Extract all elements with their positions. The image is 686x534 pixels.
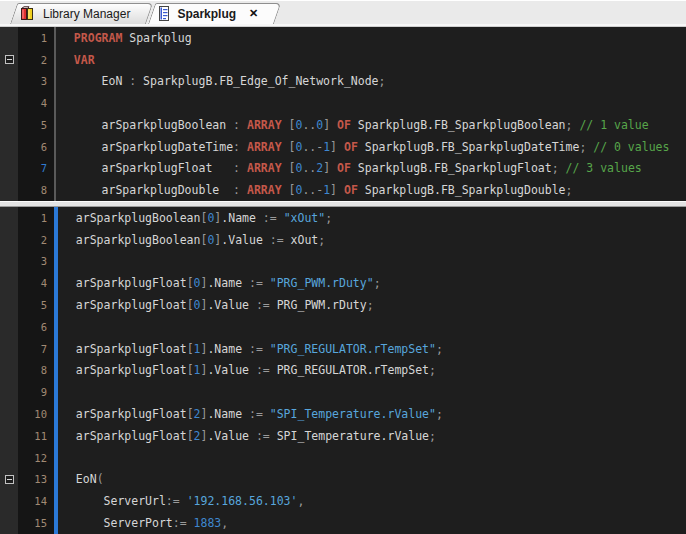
line-number: 12: [18, 447, 54, 469]
line-number: 1: [18, 27, 54, 49]
code-line[interactable]: 13 EoN(: [0, 469, 686, 491]
code-line[interactable]: 6 arSparkplugDateTime: ARRAY [0..-1] OF …: [0, 136, 686, 158]
fold-margin: [0, 469, 18, 491]
fold-margin: [0, 179, 18, 201]
line-number: 5: [18, 294, 54, 316]
line-number: 1: [18, 207, 54, 229]
code-text[interactable]: EoN(: [58, 472, 104, 486]
line-number: 15: [18, 512, 54, 534]
code-text[interactable]: arSparkplugFloat[0].Name := "PRG_PWM.rDu…: [58, 276, 381, 290]
code-text[interactable]: arSparkplugBoolean[0].Name := "xOut";: [58, 211, 332, 225]
line-number: 3: [18, 71, 54, 93]
code-text[interactable]: arSparkplugFloat[2].Value := SPI_Tempera…: [58, 429, 436, 443]
implementation-pane[interactable]: 1 arSparkplugBoolean[0].Name := "xOut";2…: [0, 207, 686, 534]
code-line[interactable]: 11 arSparkplugFloat[2].Value := SPI_Temp…: [0, 425, 686, 447]
gutter-change-bar: [54, 447, 58, 469]
fold-margin: [0, 512, 18, 534]
fold-margin: [0, 158, 18, 180]
code-line[interactable]: 4: [0, 92, 686, 114]
code-line[interactable]: 3 EoN : SparkplugB.FB_Edge_Of_Network_No…: [0, 71, 686, 93]
fold-margin: [0, 294, 18, 316]
line-number: 2: [18, 49, 54, 71]
code-text[interactable]: ServerPort:= 1883,: [58, 516, 228, 530]
tab-library-manager[interactable]: Library Manager: [10, 3, 146, 24]
gutter-change-bar: [54, 92, 56, 114]
fold-margin: [0, 403, 18, 425]
close-icon[interactable]: ✕: [249, 8, 258, 19]
code-line[interactable]: 12: [0, 447, 686, 469]
code-text[interactable]: arSparkplugBoolean : ARRAY [0..0] OF Spa…: [56, 118, 649, 132]
fold-margin: [0, 425, 18, 447]
fold-margin: [0, 92, 18, 114]
code-line[interactable]: 1 arSparkplugBoolean[0].Name := "xOut";: [0, 207, 686, 229]
code-line[interactable]: 9: [0, 381, 686, 403]
gutter-change-bar: [54, 316, 58, 338]
library-books-icon: [20, 6, 36, 21]
st-editor: 1 PROGRAM Sparkplug2 VAR3 EoN : Sparkplu…: [0, 27, 686, 534]
fold-margin: [0, 251, 18, 273]
code-line[interactable]: 10 arSparkplugFloat[2].Name := "SPI_Temp…: [0, 403, 686, 425]
line-number: 11: [18, 425, 54, 447]
fold-margin: [0, 229, 18, 251]
fold-margin: [0, 49, 18, 71]
line-number: 9: [18, 381, 54, 403]
code-text[interactable]: arSparkplugFloat[1].Value := PRG_REGULAT…: [58, 363, 436, 377]
code-line[interactable]: 6: [0, 316, 686, 338]
code-text[interactable]: VAR: [56, 53, 95, 67]
document-icon: [158, 6, 170, 21]
line-number: 14: [18, 490, 54, 512]
code-line[interactable]: 3: [0, 251, 686, 273]
tab-sparkplug[interactable]: Sparkplug ✕: [148, 3, 274, 24]
fold-margin: [0, 360, 18, 382]
code-line[interactable]: 14 ServerUrl:= '192.168.56.103',: [0, 490, 686, 512]
fold-collapse-icon[interactable]: [5, 55, 14, 64]
code-text[interactable]: arSparkplugFloat[2].Name := "SPI_Tempera…: [58, 407, 443, 421]
fold-margin: [0, 136, 18, 158]
line-number: 2: [18, 229, 54, 251]
code-line[interactable]: 1 PROGRAM Sparkplug: [0, 27, 686, 49]
code-text[interactable]: arSparkplugFloat[1].Name := "PRG_REGULAT…: [58, 342, 443, 356]
tab-label: Sparkplug: [177, 7, 236, 21]
fold-margin: [0, 27, 18, 49]
line-number: 3: [18, 251, 54, 273]
line-number: 13: [18, 469, 54, 491]
code-text[interactable]: arSparkplugDateTime: ARRAY [0..-1] OF Sp…: [56, 140, 669, 154]
code-line[interactable]: 15 ServerPort:= 1883,: [0, 512, 686, 534]
code-line[interactable]: 8 arSparkplugDouble : ARRAY [0..-1] OF S…: [0, 179, 686, 201]
code-line[interactable]: 7 arSparkplugFloat : ARRAY [0..2] OF Spa…: [0, 158, 686, 180]
gutter-change-bar: [54, 381, 58, 403]
fold-collapse-icon[interactable]: [5, 475, 14, 484]
line-number: 6: [18, 136, 54, 158]
line-number: 4: [18, 272, 54, 294]
line-number: 10: [18, 403, 54, 425]
fold-margin: [0, 338, 18, 360]
line-number: 8: [18, 179, 54, 201]
fold-margin: [0, 272, 18, 294]
code-text[interactable]: arSparkplugFloat : ARRAY [0..2] OF Spark…: [56, 161, 642, 175]
code-line[interactable]: 8 arSparkplugFloat[1].Value := PRG_REGUL…: [0, 360, 686, 382]
fold-margin: [0, 490, 18, 512]
code-line[interactable]: 5 arSparkplugBoolean : ARRAY [0..0] OF S…: [0, 114, 686, 136]
line-number: 7: [18, 338, 54, 360]
tab-label: Library Manager: [43, 7, 130, 21]
code-text[interactable]: PROGRAM Sparkplug: [56, 31, 192, 45]
editor-tab-bar: Library Manager Sparkplug ✕: [0, 0, 686, 24]
code-text[interactable]: ServerUrl:= '192.168.56.103',: [58, 494, 304, 508]
code-text[interactable]: EoN : SparkplugB.FB_Edge_Of_Network_Node…: [56, 74, 385, 88]
code-line[interactable]: 4 arSparkplugFloat[0].Name := "PRG_PWM.r…: [0, 272, 686, 294]
code-line[interactable]: 2 VAR: [0, 49, 686, 71]
line-number: 6: [18, 316, 54, 338]
code-line[interactable]: 2 arSparkplugBoolean[0].Value := xOut;: [0, 229, 686, 251]
fold-margin: [0, 316, 18, 338]
code-line[interactable]: 7 arSparkplugFloat[1].Name := "PRG_REGUL…: [0, 338, 686, 360]
code-line[interactable]: 5 arSparkplugFloat[0].Value := PRG_PWM.r…: [0, 294, 686, 316]
line-number: 7: [18, 158, 54, 180]
code-text[interactable]: arSparkplugFloat[0].Value := PRG_PWM.rDu…: [58, 298, 374, 312]
line-number: 8: [18, 360, 54, 382]
code-text[interactable]: arSparkplugDouble : ARRAY [0..-1] OF Spa…: [56, 183, 572, 197]
declaration-pane[interactable]: 1 PROGRAM Sparkplug2 VAR3 EoN : Sparkplu…: [0, 27, 686, 201]
fold-margin: [0, 114, 18, 136]
gutter-change-bar: [54, 251, 58, 273]
code-text[interactable]: arSparkplugBoolean[0].Value := xOut;: [58, 233, 325, 247]
fold-margin: [0, 207, 18, 229]
